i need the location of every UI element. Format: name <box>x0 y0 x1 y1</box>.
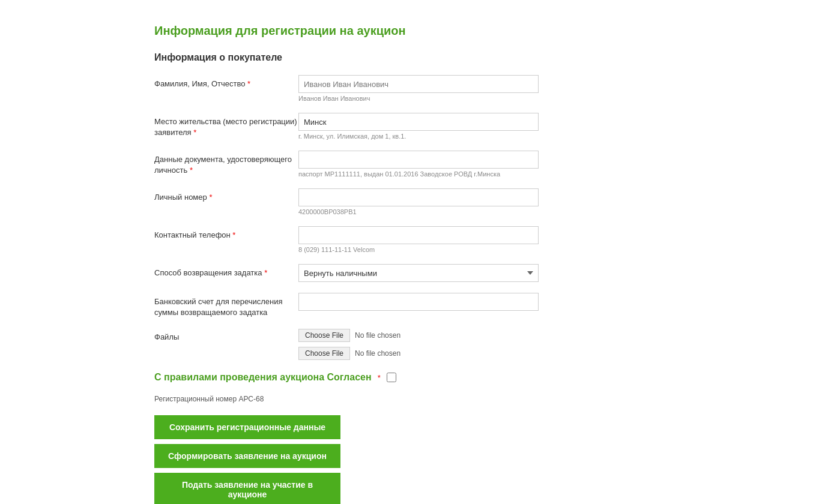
personal-number-input[interactable] <box>298 188 539 206</box>
phone-input[interactable] <box>298 226 539 244</box>
phone-field-wrapper: 8 (029) 111-11-11 Velcom <box>298 226 659 253</box>
personal-number-field-wrapper: 4200000BP038PB1 <box>298 188 659 215</box>
phone-hint: 8 (029) 111-11-11 Velcom <box>298 246 659 253</box>
buyer-section-title: Информация о покупателе <box>154 52 659 63</box>
address-label: Место жительства (место регистрации) зая… <box>154 113 298 138</box>
document-row: Данные документа, удостоверяющего личнос… <box>154 151 659 178</box>
page-title: Информация для регистрации на аукцион <box>154 24 659 38</box>
full-name-row: Фамилия, Имя, Отчество * Иванов Иван Ива… <box>154 75 659 102</box>
bank-account-row: Банковский счет для перечисления суммы в… <box>154 293 659 318</box>
personal-number-row: Личный номер * 4200000BP038PB1 <box>154 188 659 215</box>
bank-account-label: Банковский счет для перечисления суммы в… <box>154 293 298 318</box>
full-name-field-wrapper: Иванов Иван Иванович <box>298 75 659 102</box>
choose-file-button-1[interactable]: Choose File <box>298 329 350 342</box>
bank-account-field-wrapper <box>298 293 659 311</box>
full-name-label: Фамилия, Имя, Отчество * <box>154 75 298 89</box>
files-section: Файлы Choose File No file chosen Choose … <box>154 329 659 360</box>
submit-application-button[interactable]: Подать заявление на участие в аукционе <box>154 473 340 504</box>
address-hint: г. Минск, ул. Илимская, дом 1, кв.1. <box>298 133 659 140</box>
refund-method-select[interactable]: Вернуть наличными Перечислить на счет <box>298 264 539 282</box>
agree-row: С правилами проведения аукциона Согласен… <box>154 372 659 383</box>
document-hint: паспорт МР1111111, выдан 01.01.2016 Заво… <box>298 170 659 178</box>
personal-number-label: Личный номер * <box>154 188 298 203</box>
agree-checkbox[interactable] <box>387 373 396 382</box>
reg-number: Регистрационный номер АРС-68 <box>154 395 659 403</box>
choose-file-button-2[interactable]: Choose File <box>298 347 350 360</box>
agree-title: С правилами проведения аукциона Согласен <box>154 372 372 383</box>
address-field-wrapper: г. Минск, ул. Илимская, дом 1, кв.1. <box>298 113 659 140</box>
file-row-1: Choose File No file chosen <box>298 329 400 342</box>
document-label: Данные документа, удостоверяющего личнос… <box>154 151 298 176</box>
personal-number-hint: 4200000BP038PB1 <box>298 208 659 215</box>
save-button[interactable]: Сохранить регистрационные данные <box>154 415 340 439</box>
document-field-wrapper: паспорт МР1111111, выдан 01.01.2016 Заво… <box>298 151 659 178</box>
file-no-chosen-2: No file chosen <box>355 349 400 358</box>
refund-method-label: Способ возвращения задатка * <box>154 264 298 278</box>
bank-account-input[interactable] <box>298 293 539 311</box>
agree-required-marker: * <box>378 373 381 382</box>
address-row: Место жительства (место регистрации) зая… <box>154 113 659 140</box>
document-input[interactable] <box>298 151 539 169</box>
files-label: Файлы <box>154 329 298 341</box>
file-row-2: Choose File No file chosen <box>298 347 400 360</box>
file-no-chosen-1: No file chosen <box>355 331 400 340</box>
address-input[interactable] <box>298 113 539 131</box>
form-application-button[interactable]: Сформировать заявление на аукцион <box>154 444 340 468</box>
phone-row: Контактный телефон * 8 (029) 111-11-11 V… <box>154 226 659 253</box>
phone-label: Контактный телефон * <box>154 226 298 241</box>
refund-method-field-wrapper: Вернуть наличными Перечислить на счет <box>298 264 659 282</box>
full-name-input[interactable] <box>298 75 539 93</box>
files-inputs: Choose File No file chosen Choose File N… <box>298 329 400 360</box>
refund-method-row: Способ возвращения задатка * Вернуть нал… <box>154 264 659 282</box>
full-name-hint: Иванов Иван Иванович <box>298 95 659 102</box>
